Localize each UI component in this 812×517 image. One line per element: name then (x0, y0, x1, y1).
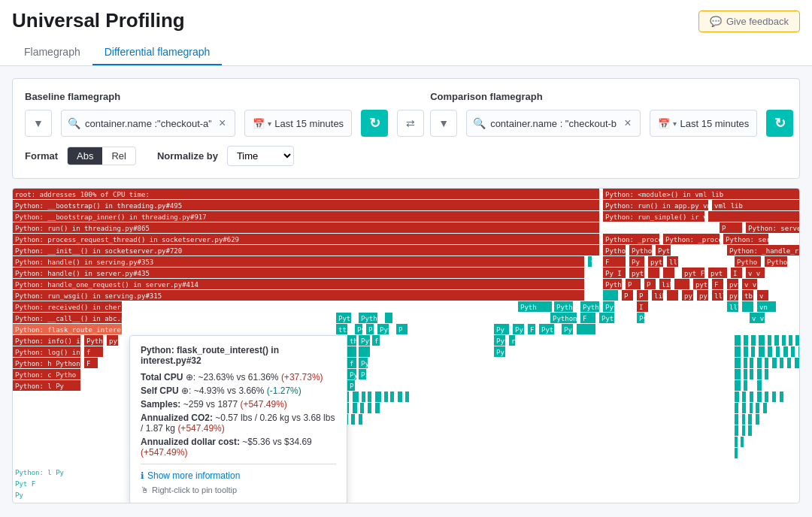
svg-text:P: P (628, 281, 632, 289)
svg-text:root: addresses 100% of CPU ti: root: addresses 100% of CPU time: (15, 191, 150, 198)
svg-text:Py I: Py I (605, 270, 622, 277)
baseline-chevron: ▾ (268, 119, 271, 128)
svg-rect-273 (353, 403, 357, 413)
tab-flamegraph[interactable]: Flamegraph (12, 40, 92, 65)
svg-rect-190 (359, 346, 370, 357)
svg-rect-61 (648, 268, 659, 278)
svg-text:v v: v v (752, 315, 764, 322)
baseline-clear-btn[interactable]: × (216, 116, 229, 130)
svg-rect-225 (768, 346, 772, 357)
svg-rect-288 (742, 392, 746, 402)
svg-rect-287 (735, 392, 739, 402)
baseline-compare-btn[interactable]: ⇄ (397, 110, 424, 137)
comparison-clear-btn[interactable]: × (621, 116, 634, 130)
svg-rect-275 (368, 403, 371, 413)
svg-rect-224 (759, 346, 765, 357)
baseline-filter-icon-btn[interactable]: ▼ (25, 110, 52, 137)
svg-text:Pi: Pi (361, 371, 369, 379)
svg-text:Pyt F: Pyt F (15, 480, 35, 488)
svg-text:Pyt: Pyt (361, 337, 373, 345)
svg-rect-235 (772, 358, 777, 368)
svg-rect-232 (750, 358, 753, 368)
baseline-search-input[interactable] (85, 118, 211, 129)
svg-rect-281 (359, 414, 362, 425)
comparison-filter-icon-btn[interactable]: ▼ (430, 110, 457, 137)
svg-text:P: P (639, 292, 644, 300)
search-icon: 🔍 (68, 117, 80, 129)
refresh-icon: ↻ (369, 115, 380, 132)
svg-rect-135 (385, 313, 392, 323)
svg-rect-299 (735, 414, 738, 425)
svg-rect-216 (774, 335, 779, 346)
tooltip-show-more[interactable]: ℹ Show more information (141, 470, 336, 481)
svg-rect-267 (390, 392, 394, 402)
svg-text:f: f (350, 360, 353, 367)
normalize-select[interactable]: Time Samples (227, 146, 294, 166)
comparison-filter-row: ▼ 🔍 × 📅 ▾ Last 15 minutes ↻ (430, 110, 793, 137)
comparison-filter: Comparison flamegraph ▼ 🔍 × 📅 ▾ Last 15 … (430, 91, 793, 137)
svg-rect-212 (744, 335, 748, 346)
svg-rect-292 (772, 392, 776, 402)
svg-rect-266 (384, 392, 388, 402)
baseline-go-btn[interactable]: ↻ (361, 110, 388, 137)
calendar-icon-2: 📅 (658, 118, 670, 129)
format-abs-btn[interactable]: Abs (68, 147, 102, 165)
svg-rect-219 (795, 335, 799, 346)
tooltip-divider (141, 464, 336, 464)
baseline-date-btn[interactable]: 📅 ▾ Last 15 minutes (244, 110, 352, 137)
svg-rect-227 (783, 346, 788, 357)
svg-rect-301 (748, 414, 752, 425)
svg-rect-269 (405, 392, 409, 402)
format-rel-btn[interactable]: Rel (102, 147, 135, 165)
svg-rect-237 (787, 358, 791, 368)
svg-text:Python: serve_forever( v v: Python: serve_forever( v v (748, 225, 799, 232)
svg-rect-252 (744, 369, 747, 379)
svg-rect-214 (759, 335, 765, 346)
svg-text:Python: __bootstrap_inner() in: Python: __bootstrap_inner() in threading… (15, 213, 207, 221)
comparison-search-input[interactable] (490, 118, 617, 129)
chat-icon: 💬 (710, 16, 722, 27)
tab-bar: Flamegraph Differential flamegraph (12, 40, 800, 65)
svg-rect-263 (362, 392, 365, 402)
svg-text:Python: flask_route_interest(): Python: flask_route_interest() in in (15, 326, 162, 334)
main-content: Baseline flamegraph ▼ 🔍 × 📅 ▾ Last 15 mi… (0, 66, 812, 515)
svg-text:f: f (86, 349, 90, 356)
tooltip-hint: 🖱 Right-click to pin tooltip (141, 485, 336, 494)
svg-text:Py: Py (515, 326, 523, 334)
baseline-filter-row: ▼ 🔍 × 📅 ▾ Last 15 minutes ↻ (25, 110, 424, 137)
svg-text:f: f (590, 258, 594, 266)
svg-rect-236 (780, 358, 783, 368)
svg-text:Pytlr: Pytlr (338, 315, 359, 322)
svg-rect-229 (798, 346, 799, 357)
svg-text:F: F (714, 281, 718, 289)
feedback-button[interactable]: 💬 Give feedback (698, 11, 800, 32)
svg-text:Py: Py (564, 326, 572, 334)
svg-text:Python: l Py: Python: l Py (15, 469, 65, 476)
comparison-date-btn[interactable]: 📅 ▾ Last 15 minutes (650, 110, 757, 137)
svg-rect-290 (757, 392, 762, 402)
svg-rect-268 (398, 392, 402, 402)
svg-text:pytl: pytl (632, 270, 648, 277)
svg-text:f: f (374, 337, 378, 345)
svg-rect-223 (751, 346, 755, 357)
svg-rect-218 (789, 335, 792, 346)
svg-text:Python: h Python:: Python: h Python: (15, 360, 84, 367)
svg-rect-289 (750, 392, 753, 402)
svg-rect-256 (735, 380, 741, 391)
funnel-icon: ▼ (33, 117, 44, 129)
svg-rect-234 (765, 358, 768, 368)
svg-rect-294 (735, 403, 738, 413)
svg-text:Py: Py (361, 360, 369, 367)
comparison-go-btn[interactable]: ↻ (766, 110, 793, 137)
svg-rect-213 (751, 335, 756, 346)
filters-section: Baseline flamegraph ▼ 🔍 × 📅 ▾ Last 15 mi… (12, 78, 800, 179)
svg-text:P: P (722, 225, 726, 232)
svg-rect-258 (757, 380, 762, 391)
svg-text:py: py (729, 292, 738, 300)
svg-text:P: P (647, 281, 651, 289)
svg-text:lll: lll (714, 292, 726, 300)
svg-text:Python: handle_one_request() i: Python: handle_one_request() in server.p… (15, 281, 198, 289)
tab-differential[interactable]: Differential flamegraph (92, 40, 223, 65)
svg-text:I: I (733, 270, 737, 277)
svg-text:Python: __call__() in abc.py#: Python: __call__() in abc.py# (15, 315, 134, 322)
